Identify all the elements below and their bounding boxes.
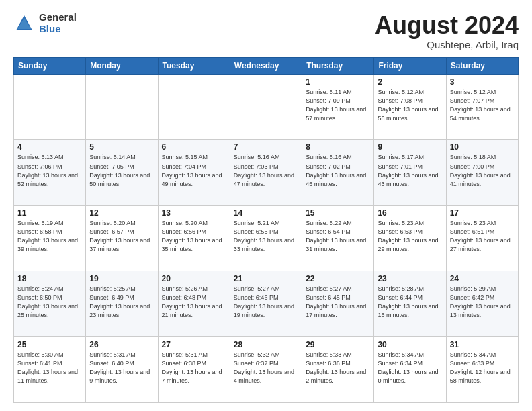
day-content: Sunrise: 5:23 AM Sunset: 6:53 PM Dayligh…: [378, 219, 442, 254]
day-content: Sunrise: 5:24 AM Sunset: 6:50 PM Dayligh…: [17, 285, 82, 320]
day-number: 6: [162, 142, 226, 152]
header-cell-tuesday: Tuesday: [158, 57, 230, 74]
logo: General Blue: [13, 12, 77, 34]
day-content: Sunrise: 5:12 AM Sunset: 7:07 PM Dayligh…: [450, 88, 515, 123]
week-row-1: 4Sunrise: 5:13 AM Sunset: 7:06 PM Daylig…: [14, 140, 519, 205]
day-number: 9: [378, 142, 442, 152]
day-number: 28: [234, 340, 298, 349]
day-content: Sunrise: 5:11 AM Sunset: 7:09 PM Dayligh…: [306, 88, 370, 123]
day-cell-13: 13Sunrise: 5:20 AM Sunset: 6:56 PM Dayli…: [158, 205, 230, 271]
day-number: 15: [306, 208, 370, 218]
day-number: 12: [89, 208, 154, 218]
day-cell-empty: [230, 74, 302, 140]
day-cell-14: 14Sunrise: 5:21 AM Sunset: 6:55 PM Dayli…: [230, 205, 302, 271]
day-cell-27: 27Sunrise: 5:31 AM Sunset: 6:38 PM Dayli…: [158, 337, 230, 403]
header-row: SundayMondayTuesdayWednesdayThursdayFrid…: [14, 57, 519, 74]
day-cell-3: 3Sunrise: 5:12 AM Sunset: 7:07 PM Daylig…: [446, 74, 518, 140]
header-cell-wednesday: Wednesday: [230, 57, 302, 74]
day-cell-4: 4Sunrise: 5:13 AM Sunset: 7:06 PM Daylig…: [14, 140, 86, 205]
day-number: 10: [450, 142, 515, 152]
logo-icon: [13, 13, 35, 34]
week-row-0: 1Sunrise: 5:11 AM Sunset: 7:09 PM Daylig…: [14, 74, 519, 140]
day-number: 3: [450, 77, 515, 87]
day-content: Sunrise: 5:27 AM Sunset: 6:46 PM Dayligh…: [234, 285, 298, 320]
day-number: 20: [162, 274, 226, 283]
day-cell-25: 25Sunrise: 5:30 AM Sunset: 6:41 PM Dayli…: [14, 337, 86, 403]
day-number: 27: [162, 340, 226, 349]
day-number: 11: [17, 208, 82, 218]
day-content: Sunrise: 5:27 AM Sunset: 6:45 PM Dayligh…: [306, 285, 370, 320]
day-cell-19: 19Sunrise: 5:25 AM Sunset: 6:49 PM Dayli…: [86, 271, 158, 337]
day-number: 23: [378, 274, 442, 283]
logo-blue-text: Blue: [39, 24, 77, 35]
title-block: August 2024 Qushtepe, Arbil, Iraq: [375, 12, 519, 50]
week-row-2: 11Sunrise: 5:19 AM Sunset: 6:58 PM Dayli…: [14, 205, 519, 271]
day-content: Sunrise: 5:19 AM Sunset: 6:58 PM Dayligh…: [17, 219, 82, 254]
day-content: Sunrise: 5:16 AM Sunset: 7:02 PM Dayligh…: [306, 153, 370, 188]
day-cell-15: 15Sunrise: 5:22 AM Sunset: 6:54 PM Dayli…: [302, 205, 374, 271]
day-number: 26: [89, 340, 154, 349]
day-content: Sunrise: 5:22 AM Sunset: 6:54 PM Dayligh…: [306, 219, 370, 254]
day-number: 24: [450, 274, 515, 283]
day-content: Sunrise: 5:34 AM Sunset: 6:33 PM Dayligh…: [450, 351, 515, 385]
day-cell-26: 26Sunrise: 5:31 AM Sunset: 6:40 PM Dayli…: [86, 337, 158, 403]
header-cell-friday: Friday: [374, 57, 446, 74]
day-cell-2: 2Sunrise: 5:12 AM Sunset: 7:08 PM Daylig…: [374, 74, 446, 140]
day-cell-29: 29Sunrise: 5:33 AM Sunset: 6:36 PM Dayli…: [302, 337, 374, 403]
day-number: 21: [234, 274, 298, 283]
day-content: Sunrise: 5:25 AM Sunset: 6:49 PM Dayligh…: [89, 285, 154, 320]
day-content: Sunrise: 5:15 AM Sunset: 7:04 PM Dayligh…: [162, 153, 226, 188]
week-row-3: 18Sunrise: 5:24 AM Sunset: 6:50 PM Dayli…: [14, 271, 519, 337]
day-content: Sunrise: 5:31 AM Sunset: 6:40 PM Dayligh…: [89, 351, 154, 385]
day-number: 2: [378, 77, 442, 87]
day-number: 14: [234, 208, 298, 218]
day-cell-22: 22Sunrise: 5:27 AM Sunset: 6:45 PM Dayli…: [302, 271, 374, 337]
title-month: August 2024: [375, 12, 519, 39]
day-cell-31: 31Sunrise: 5:34 AM Sunset: 6:33 PM Dayli…: [446, 337, 518, 403]
day-content: Sunrise: 5:12 AM Sunset: 7:08 PM Dayligh…: [378, 88, 442, 123]
page: General Blue August 2024 Qushtepe, Arbil…: [0, 0, 532, 411]
day-number: 31: [450, 340, 515, 349]
week-row-4: 25Sunrise: 5:30 AM Sunset: 6:41 PM Dayli…: [14, 337, 519, 403]
day-cell-28: 28Sunrise: 5:32 AM Sunset: 6:37 PM Dayli…: [230, 337, 302, 403]
day-number: 5: [89, 142, 154, 152]
day-content: Sunrise: 5:13 AM Sunset: 7:06 PM Dayligh…: [17, 153, 82, 188]
day-number: 13: [162, 208, 226, 218]
day-cell-11: 11Sunrise: 5:19 AM Sunset: 6:58 PM Dayli…: [14, 205, 86, 271]
day-content: Sunrise: 5:32 AM Sunset: 6:37 PM Dayligh…: [234, 351, 298, 385]
day-cell-8: 8Sunrise: 5:16 AM Sunset: 7:02 PM Daylig…: [302, 140, 374, 205]
day-cell-16: 16Sunrise: 5:23 AM Sunset: 6:53 PM Dayli…: [374, 205, 446, 271]
day-content: Sunrise: 5:26 AM Sunset: 6:48 PM Dayligh…: [162, 285, 226, 320]
day-cell-12: 12Sunrise: 5:20 AM Sunset: 6:57 PM Dayli…: [86, 205, 158, 271]
day-number: 4: [17, 142, 82, 152]
header: General Blue August 2024 Qushtepe, Arbil…: [13, 12, 519, 50]
day-content: Sunrise: 5:16 AM Sunset: 7:03 PM Dayligh…: [234, 153, 298, 188]
header-cell-sunday: Sunday: [14, 57, 86, 74]
day-cell-1: 1Sunrise: 5:11 AM Sunset: 7:09 PM Daylig…: [302, 74, 374, 140]
day-number: 16: [378, 208, 442, 218]
day-number: 30: [378, 340, 442, 349]
day-number: 22: [306, 274, 370, 283]
calendar-header: SundayMondayTuesdayWednesdayThursdayFrid…: [14, 57, 519, 74]
day-content: Sunrise: 5:18 AM Sunset: 7:00 PM Dayligh…: [450, 153, 515, 188]
header-cell-thursday: Thursday: [302, 57, 374, 74]
day-content: Sunrise: 5:17 AM Sunset: 7:01 PM Dayligh…: [378, 153, 442, 188]
day-number: 8: [306, 142, 370, 152]
logo-general-text: General: [39, 12, 77, 24]
day-content: Sunrise: 5:30 AM Sunset: 6:41 PM Dayligh…: [17, 351, 82, 385]
day-content: Sunrise: 5:20 AM Sunset: 6:56 PM Dayligh…: [162, 219, 226, 254]
day-number: 29: [306, 340, 370, 349]
calendar-body: 1Sunrise: 5:11 AM Sunset: 7:09 PM Daylig…: [14, 74, 519, 402]
day-cell-5: 5Sunrise: 5:14 AM Sunset: 7:05 PM Daylig…: [86, 140, 158, 205]
day-cell-9: 9Sunrise: 5:17 AM Sunset: 7:01 PM Daylig…: [374, 140, 446, 205]
title-location: Qushtepe, Arbil, Iraq: [375, 39, 519, 50]
svg-marker-1: [17, 18, 31, 29]
header-cell-saturday: Saturday: [446, 57, 518, 74]
day-content: Sunrise: 5:33 AM Sunset: 6:36 PM Dayligh…: [306, 351, 370, 385]
day-content: Sunrise: 5:14 AM Sunset: 7:05 PM Dayligh…: [89, 153, 154, 188]
day-content: Sunrise: 5:21 AM Sunset: 6:55 PM Dayligh…: [234, 219, 298, 254]
header-cell-monday: Monday: [86, 57, 158, 74]
day-content: Sunrise: 5:34 AM Sunset: 6:34 PM Dayligh…: [378, 351, 442, 385]
day-number: 7: [234, 142, 298, 152]
day-cell-6: 6Sunrise: 5:15 AM Sunset: 7:04 PM Daylig…: [158, 140, 230, 205]
